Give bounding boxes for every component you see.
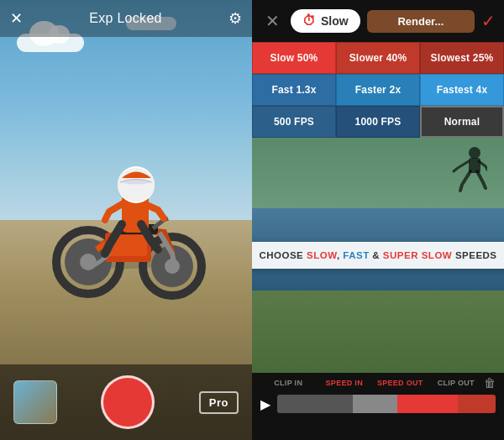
speed-slowest25[interactable]: Slowest 25% — [420, 42, 504, 74]
track-segment-red2 — [458, 395, 496, 413]
trash-icon[interactable]: 🗑 — [484, 376, 496, 390]
track-segment-red — [397, 395, 458, 413]
record-inner — [109, 384, 146, 421]
svg-point-3 — [80, 254, 97, 270]
timeline-bar-row: ▶ — [252, 391, 504, 416]
render-button[interactable]: Render... — [367, 10, 475, 33]
pro-badge[interactable]: Pro — [199, 391, 239, 414]
right-header: ✕ ⏱ Slow Render... ✓ — [252, 0, 504, 42]
track-segment-dark — [353, 395, 398, 413]
slow-text: SLOW — [307, 250, 337, 260]
slow2-text: SLOW — [422, 250, 453, 260]
speed-fast13[interactable]: Fast 1.3x — [252, 74, 336, 106]
slow-tab[interactable]: ⏱ Slow — [291, 9, 360, 33]
clip-out-label: CLIP OUT — [428, 379, 485, 387]
and-text: & — [370, 250, 383, 260]
speed-faster2x[interactable]: Faster 2x — [336, 74, 420, 106]
close-icon[interactable]: ✕ — [10, 9, 23, 28]
left-bottom-controls: Pro — [0, 364, 252, 440]
clip-in-label: CLIP IN — [260, 379, 317, 387]
speed-fastest4x[interactable]: Fastest 4x — [420, 74, 504, 106]
thumbnail[interactable] — [13, 380, 57, 424]
timeline-track[interactable] — [277, 395, 496, 413]
speed-slower40[interactable]: Slower 40% — [336, 42, 420, 74]
track-segment-gray — [277, 395, 353, 413]
speed-out-label: SPEED OUT — [372, 379, 428, 387]
timeline-section: CLIP IN SPEED IN SPEED OUT CLIP OUT 🗑 ▶ — [252, 373, 504, 440]
speed-overlay-text: CHOOSE SLOW, FAST & SUPER SLOW SPEEDS — [252, 242, 504, 269]
svg-point-13 — [469, 147, 480, 159]
speed-grid: Slow 50% Slower 40% Slowest 25% Fast 1.3… — [252, 42, 504, 138]
fast-text: FAST — [343, 250, 369, 260]
speed-500fps[interactable]: 500 FPS — [252, 106, 336, 138]
left-panel: ✕ Exp Locked ⚙ — [0, 0, 252, 440]
motocross-rider-svg — [42, 86, 210, 321]
super-text: SUPER — [383, 250, 422, 260]
timer-icon: ⏱ — [302, 13, 316, 29]
choose-text: CHOOSE — [259, 250, 307, 260]
rider-area — [17, 50, 235, 356]
exp-locked-title: Exp Locked — [89, 11, 162, 26]
speed-in-label: SPEED IN — [317, 379, 373, 387]
right-panel: ✕ ⏱ Slow Render... ✓ Slow 50% Slower 40%… — [252, 0, 504, 440]
video-preview: CHOOSE SLOW, FAST & SUPER SLOW SPEEDS — [252, 138, 504, 373]
video-ground — [252, 291, 504, 373]
video-rider-silhouette — [445, 144, 487, 195]
speeds-text: SPEEDS — [452, 250, 496, 260]
left-header: ✕ Exp Locked ⚙ — [0, 0, 252, 37]
timeline-labels: CLIP IN SPEED IN SPEED OUT CLIP OUT 🗑 — [252, 373, 504, 391]
speed-slow50[interactable]: Slow 50% — [252, 42, 336, 74]
speed-1000fps[interactable]: 1000 FPS — [336, 106, 420, 138]
settings-icon[interactable]: ⚙ — [228, 9, 242, 28]
speed-normal[interactable]: Normal — [420, 106, 504, 138]
comma-text: , — [337, 250, 343, 260]
record-button[interactable] — [101, 375, 155, 429]
confirm-button[interactable]: ✓ — [481, 11, 496, 31]
slow-tab-label: Slow — [321, 14, 349, 28]
play-button[interactable]: ▶ — [260, 396, 270, 412]
right-close-button[interactable]: ✕ — [260, 11, 284, 31]
